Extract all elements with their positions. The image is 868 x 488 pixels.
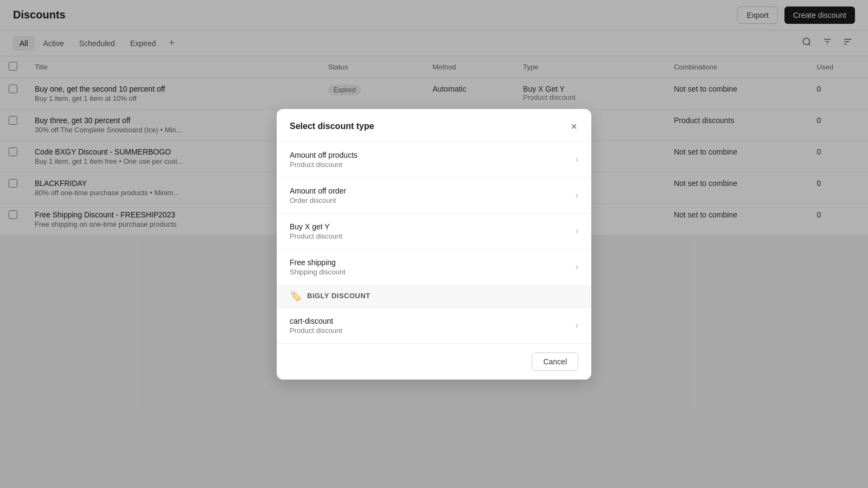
chevron-right-icon: › — [576, 190, 578, 200]
bigly-label: BIGLY DISCOUNT — [307, 292, 371, 300]
modal-overlay[interactable]: Select discount type × Amount off produc… — [0, 0, 868, 488]
modal-body: Amount off products Product discount › A… — [277, 142, 591, 343]
modal-option[interactable]: Buy X get Y Product discount › — [277, 214, 591, 249]
modal-option[interactable]: Amount off products Product discount › — [277, 142, 591, 178]
modal-option[interactable]: Amount off order Order discount › — [277, 178, 591, 214]
modal-option[interactable]: Free shipping Shipping discount › — [277, 249, 591, 285]
cancel-button[interactable]: Cancel — [532, 352, 578, 371]
modal-title: Select discount type — [290, 121, 374, 131]
modal-header: Select discount type × — [277, 109, 591, 142]
modal-footer: Cancel — [277, 343, 591, 380]
chevron-right-icon: › — [576, 226, 578, 236]
modal-section-bigly: 🏷️ BIGLY DISCOUNT — [277, 285, 591, 308]
modal-app-option[interactable]: cart-discount Product discount › — [277, 308, 591, 343]
chevron-right-icon: › — [576, 262, 578, 272]
chevron-right-icon: › — [576, 320, 578, 330]
select-discount-modal: Select discount type × Amount off produc… — [277, 109, 591, 380]
modal-close-button[interactable]: × — [570, 120, 578, 133]
bigly-icon: 🏷️ — [290, 290, 302, 302]
chevron-right-icon: › — [576, 155, 578, 164]
